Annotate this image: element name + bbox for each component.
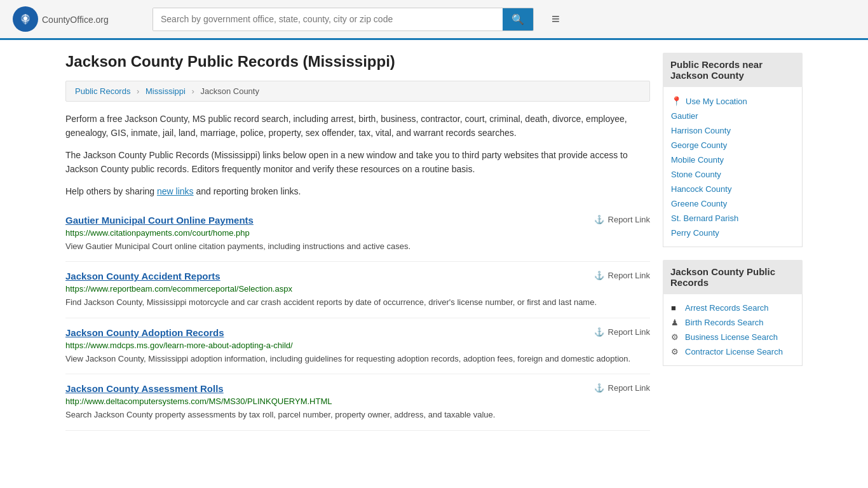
intro-para-2: The Jackson County Public Records (Missi… <box>65 148 650 177</box>
record-header-1: Jackson County Accident Reports ⚓ Report… <box>65 271 650 281</box>
logo-area: CountyOffice.org <box>13 6 140 32</box>
report-link-1[interactable]: ⚓ Report Link <box>594 271 650 280</box>
breadcrumb-public-records[interactable]: Public Records <box>75 86 130 96</box>
record-desc-1: Find Jackson County, Mississippi motorcy… <box>65 296 650 309</box>
contractor-icon: ⚙ <box>671 347 680 356</box>
search-bar: 🔍 <box>153 8 534 31</box>
page-container: Jackson County Public Records (Mississip… <box>53 40 815 444</box>
record-url-2[interactable]: https://www.mdcps.ms.gov/learn-more-abou… <box>65 341 650 350</box>
nearby-link-harrison[interactable]: Harrison County <box>671 123 794 138</box>
nearby-section: Public Records near Jackson County 📍 Use… <box>663 53 803 247</box>
logo-icon <box>13 6 38 32</box>
report-label-0: Report Link <box>608 215 650 224</box>
record-links-list: ■ Arrest Records Search ♟ Birth Records … <box>663 294 803 366</box>
record-item-0: Gautier Municipal Court Online Payments … <box>65 206 650 262</box>
record-item-1: Jackson County Accident Reports ⚓ Report… <box>65 262 650 318</box>
sidebar-business-license[interactable]: ⚙ Business License Search <box>671 330 794 344</box>
record-item-2: Jackson County Adoption Records ⚓ Report… <box>65 318 650 375</box>
record-desc-2: View Jackson County, Mississippi adoptio… <box>65 353 650 365</box>
report-icon-2: ⚓ <box>594 327 604 337</box>
intro-para-3-suffix: and reporting broken links. <box>194 186 301 196</box>
intro-para-3: Help others by sharing new links and rep… <box>65 184 650 198</box>
sidebar-birth-records[interactable]: ♟ Birth Records Search <box>671 315 794 330</box>
report-label-2: Report Link <box>608 327 650 337</box>
page-title: Jackson County Public Records (Mississip… <box>65 53 650 71</box>
nearby-links: 📍 Use My Location Gautier Harrison Count… <box>663 87 803 247</box>
breadcrumb: Public Records › Mississippi › Jackson C… <box>65 81 650 102</box>
menu-icon: ≡ <box>552 11 560 27</box>
records-section: Jackson County Public Records ■ Arrest R… <box>663 260 803 366</box>
report-label-1: Report Link <box>608 271 650 280</box>
nearby-link-mobile[interactable]: Mobile County <box>671 152 794 167</box>
birth-icon: ♟ <box>671 318 680 327</box>
record-header-0: Gautier Municipal Court Online Payments … <box>65 215 650 226</box>
report-icon-0: ⚓ <box>594 215 604 224</box>
records-list: Gautier Municipal Court Online Payments … <box>65 206 650 431</box>
main-content: Jackson County Public Records (Mississip… <box>65 53 650 431</box>
nearby-link-george[interactable]: George County <box>671 138 794 152</box>
record-url-1[interactable]: https://www.reportbeam.com/ecommerceport… <box>65 284 650 294</box>
logo-text: CountyOffice.org <box>42 13 109 26</box>
report-link-3[interactable]: ⚓ Report Link <box>594 383 650 393</box>
record-url-3[interactable]: http://www.deltacomputersystems.com/MS/M… <box>65 396 650 406</box>
location-icon: 📍 <box>671 96 682 106</box>
nearby-link-perry[interactable]: Perry County <box>671 226 794 240</box>
use-location[interactable]: 📍 Use My Location <box>671 93 794 109</box>
record-item-3: Jackson County Assessment Rolls ⚓ Report… <box>65 374 650 431</box>
breadcrumb-sep-2: › <box>192 86 194 96</box>
record-desc-3: Search Jackson County property assessmen… <box>65 409 650 421</box>
record-title-2[interactable]: Jackson County Adoption Records <box>65 327 224 338</box>
record-header-2: Jackson County Adoption Records ⚓ Report… <box>65 327 650 338</box>
record-title-3[interactable]: Jackson County Assessment Rolls <box>65 383 224 394</box>
use-location-label: Use My Location <box>686 97 747 106</box>
sidebar-contractor-license[interactable]: ⚙ Contractor License Search <box>671 344 794 359</box>
site-header: CountyOffice.org 🔍 ≡ <box>0 0 868 40</box>
nearby-link-hancock[interactable]: Hancock County <box>671 182 794 196</box>
nearby-link-gautier[interactable]: Gautier <box>671 109 794 123</box>
record-header-3: Jackson County Assessment Rolls ⚓ Report… <box>65 383 650 394</box>
search-icon: 🔍 <box>512 14 524 25</box>
breadcrumb-sep-1: › <box>137 86 139 96</box>
intro-para-1: Perform a free Jackson County, MS public… <box>65 112 650 140</box>
sidebar-arrest-records[interactable]: ■ Arrest Records Search <box>671 301 794 315</box>
record-title-0[interactable]: Gautier Municipal Court Online Payments <box>65 215 254 226</box>
nearby-link-stone[interactable]: Stone County <box>671 167 794 182</box>
nearby-link-st-bernard[interactable]: St. Bernard Parish <box>671 211 794 226</box>
record-desc-0: View Gautier Municipal Court online cita… <box>65 240 650 253</box>
nearby-title: Public Records near Jackson County <box>663 53 803 87</box>
breadcrumb-jackson-county: Jackson County <box>200 86 259 96</box>
breadcrumb-mississippi[interactable]: Mississippi <box>146 86 186 96</box>
records-section-title: Jackson County Public Records <box>663 260 803 294</box>
search-input[interactable] <box>153 8 503 30</box>
logo-name: CountyOffice <box>42 15 93 25</box>
menu-button[interactable]: ≡ <box>546 8 565 30</box>
business-icon: ⚙ <box>671 332 680 342</box>
intro-para-3-prefix: Help others by sharing <box>65 186 157 196</box>
search-button[interactable]: 🔍 <box>503 8 533 30</box>
report-icon-3: ⚓ <box>594 383 604 393</box>
logo-suffix: .org <box>93 15 109 25</box>
arrest-icon: ■ <box>671 303 680 313</box>
report-link-2[interactable]: ⚓ Report Link <box>594 327 650 337</box>
record-title-1[interactable]: Jackson County Accident Reports <box>65 271 220 281</box>
report-link-0[interactable]: ⚓ Report Link <box>594 215 650 224</box>
nearby-link-greene[interactable]: Greene County <box>671 196 794 211</box>
record-url-0[interactable]: https://www.citationpayments.com/court/h… <box>65 228 650 238</box>
report-label-3: Report Link <box>608 383 650 393</box>
sidebar: Public Records near Jackson County 📍 Use… <box>663 53 803 431</box>
new-links-link[interactable]: new links <box>157 186 194 196</box>
report-icon-1: ⚓ <box>594 271 604 280</box>
